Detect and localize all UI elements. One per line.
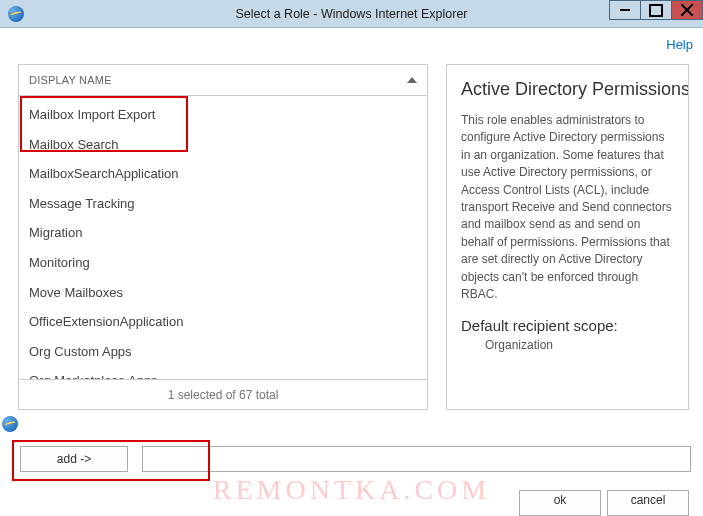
role-list[interactable]: Mailbox Import Export Mailbox Search Mai… bbox=[19, 96, 427, 379]
list-item[interactable]: Org Marketplace Apps bbox=[19, 366, 427, 379]
ie-icon bbox=[8, 6, 24, 22]
role-details-scroll[interactable]: Active Directory Permissions This role e… bbox=[447, 65, 688, 409]
toolbar: Help bbox=[0, 28, 703, 62]
scope-value: Organization bbox=[461, 338, 676, 352]
dialog-footer-buttons: ok cancel bbox=[519, 490, 689, 516]
list-item[interactable]: Mailbox Search bbox=[19, 130, 427, 160]
window-titlebar: Select a Role - Windows Internet Explore… bbox=[0, 0, 703, 28]
list-item[interactable]: Mailbox Import Export bbox=[19, 100, 427, 130]
role-list-panel: DISPLAY NAME Mailbox Import Export Mailb… bbox=[18, 64, 428, 410]
help-link[interactable]: Help bbox=[666, 37, 693, 52]
ie-icon bbox=[2, 416, 18, 432]
add-button[interactable]: add -> bbox=[20, 446, 128, 472]
window-maximize-button[interactable] bbox=[640, 0, 672, 20]
list-item[interactable]: Migration bbox=[19, 218, 427, 248]
sort-ascending-icon bbox=[407, 77, 417, 83]
role-details-panel: Active Directory Permissions This role e… bbox=[446, 64, 689, 410]
column-header-display-name: DISPLAY NAME bbox=[29, 74, 112, 86]
ok-button[interactable]: ok bbox=[519, 490, 601, 516]
list-item[interactable]: Message Tracking bbox=[19, 189, 427, 219]
selection-status: 1 selected of 67 total bbox=[19, 379, 427, 409]
list-item[interactable]: Move Mailboxes bbox=[19, 278, 427, 308]
list-item[interactable]: OfficeExtensionApplication bbox=[19, 307, 427, 337]
list-item[interactable]: Monitoring bbox=[19, 248, 427, 278]
selected-roles-input[interactable] bbox=[142, 446, 691, 472]
list-item[interactable]: Org Custom Apps bbox=[19, 337, 427, 367]
add-row: add -> bbox=[20, 446, 691, 472]
role-title: Active Directory Permissions bbox=[461, 79, 676, 100]
window-buttons bbox=[610, 0, 703, 22]
window-close-button[interactable] bbox=[671, 0, 703, 20]
scope-label: Default recipient scope: bbox=[461, 317, 676, 334]
window-minimize-button[interactable] bbox=[609, 0, 641, 20]
role-list-header[interactable]: DISPLAY NAME bbox=[19, 64, 427, 96]
list-item[interactable]: MailboxSearchApplication bbox=[19, 159, 427, 189]
cancel-button[interactable]: cancel bbox=[607, 490, 689, 516]
window-title: Select a Role - Windows Internet Explore… bbox=[235, 7, 467, 21]
role-description: This role enables administrators to conf… bbox=[461, 112, 676, 303]
